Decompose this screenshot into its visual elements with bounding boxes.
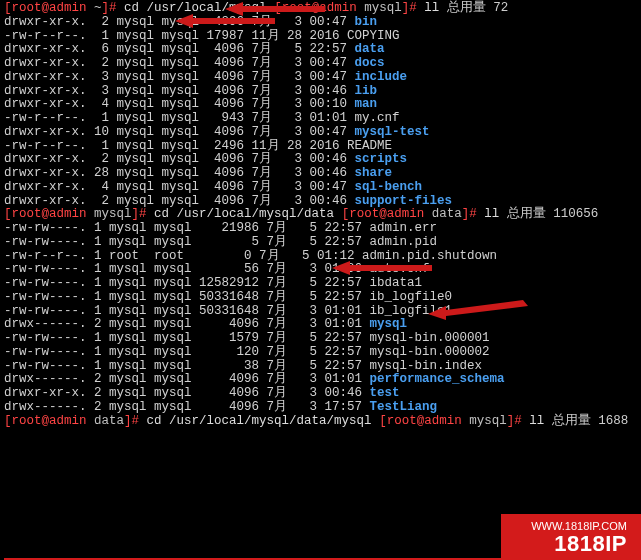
listing-row: -rw-rw----. 1 mysql mysql 38 7月 5 22:57 … [4, 359, 482, 373]
listing-row: drwx------. 2 mysql mysql 4096 7月 3 01:0… [4, 372, 505, 386]
file-name: admin.err [370, 221, 438, 235]
listing-row: drwxr-xr-x. 10 mysql mysql 4096 7月 3 00:… [4, 125, 430, 139]
listing-row: -rw-rw----. 1 mysql mysql 5 7月 5 22:57 a… [4, 235, 437, 249]
file-name: lib [355, 84, 378, 98]
file-name: mysql-bin.index [370, 359, 483, 373]
file-name: share [355, 166, 393, 180]
file-name: sql-bench [355, 180, 423, 194]
file-name: admin.pid [370, 235, 438, 249]
file-name: bin [355, 15, 378, 29]
terminal-output: [root@admin ~]# cd /usr/local/mysql [roo… [4, 2, 637, 428]
file-name: ibdata1 [370, 276, 423, 290]
listing-row: drwxr-xr-x. 6 mysql mysql 4096 7月 5 22:5… [4, 42, 385, 56]
file-name: scripts [355, 152, 408, 166]
total-line: 总用量 110656 [507, 207, 599, 221]
shell-prompt[interactable]: [root@admin mysql]# cd /usr/local/mysql/… [4, 207, 334, 221]
listing-row: -rw-rw----. 1 mysql mysql 1579 7月 5 22:5… [4, 331, 490, 345]
listing-row: drwxr-xr-x. 2 mysql mysql 4096 7月 3 00:4… [4, 15, 377, 29]
file-name: man [355, 97, 378, 111]
file-name: my.cnf [355, 111, 400, 125]
listing-row: -rw-r--r--. 1 mysql mysql 17987 11月 28 2… [4, 29, 400, 43]
file-name: docs [355, 56, 385, 70]
listing-row: drwxr-xr-x. 2 mysql mysql 4096 7月 3 00:4… [4, 152, 407, 166]
file-name: mysql-bin.000002 [370, 345, 490, 359]
listing-row: drwxr-xr-x. 3 mysql mysql 4096 7月 3 00:4… [4, 70, 407, 84]
listing-row: drwxr-xr-x. 2 mysql mysql 4096 7月 3 00:4… [4, 194, 452, 208]
file-name: ib_logfile1 [370, 304, 453, 318]
listing-row: drwx------. 2 mysql mysql 4096 7月 3 01:0… [4, 317, 407, 331]
listing-row: -rw-rw----. 1 mysql mysql 12582912 7月 5 … [4, 276, 422, 290]
file-name: admin.pid.shutdown [362, 249, 497, 263]
file-name: mysql-test [355, 125, 430, 139]
file-name: test [370, 386, 400, 400]
file-name: README [347, 139, 392, 153]
listing-row: -rw-rw----. 1 mysql mysql 50331648 7月 5 … [4, 290, 452, 304]
listing-row: drwxr-xr-x. 4 mysql mysql 4096 7月 3 00:4… [4, 180, 422, 194]
listing-row: -rw-rw----. 1 mysql mysql 56 7月 3 01:06 … [4, 262, 430, 276]
watermark-url: WWW.1818IP.COM [531, 520, 627, 532]
file-name: COPYING [347, 29, 400, 43]
file-name: ib_logfile0 [370, 290, 453, 304]
file-name: data [355, 42, 385, 56]
listing-row: -rw-rw----. 1 mysql mysql 50331648 7月 3 … [4, 304, 452, 318]
file-name: TestLiang [370, 400, 438, 414]
file-name: performance_schema [370, 372, 505, 386]
total-line: 总用量 72 [447, 1, 509, 15]
shell-prompt[interactable]: [root@admin mysql]# ll [379, 414, 544, 428]
listing-row: -rw-r--r--. 1 mysql mysql 2496 11月 28 20… [4, 139, 392, 153]
listing-row: drwx------. 2 mysql mysql 4096 7月 3 17:5… [4, 400, 437, 414]
listing-row: -rw-r--r--. 1 mysql mysql 943 7月 3 01:01… [4, 111, 400, 125]
file-name: mysql [370, 317, 408, 331]
listing-row: -rw-rw----. 1 mysql mysql 21986 7月 5 22:… [4, 221, 437, 235]
shell-prompt[interactable]: [root@admin mysql]# ll [274, 1, 439, 15]
listing-row: -rw-rw----. 1 mysql mysql 120 7月 5 22:57… [4, 345, 490, 359]
file-name: mysql-bin.000001 [370, 331, 490, 345]
listing-row: -rw-r--r--. 1 root root 0 7月 5 01:12 adm… [4, 249, 497, 263]
file-name: auto.cnf [370, 262, 430, 276]
shell-prompt[interactable]: [root@admin ~]# cd /usr/local/mysql [4, 1, 267, 15]
watermark-brand: 1818IP [531, 532, 627, 556]
file-name: include [355, 70, 408, 84]
listing-row: drwxr-xr-x. 2 mysql mysql 4096 7月 3 00:4… [4, 56, 385, 70]
listing-row: drwxr-xr-x. 2 mysql mysql 4096 7月 3 00:4… [4, 386, 400, 400]
total-line: 总用量 1688 [552, 414, 629, 428]
shell-prompt[interactable]: [root@admin data]# cd /usr/local/mysql/d… [4, 414, 372, 428]
listing-row: drwxr-xr-x. 3 mysql mysql 4096 7月 3 00:4… [4, 84, 377, 98]
listing-row: drwxr-xr-x. 28 mysql mysql 4096 7月 3 00:… [4, 166, 392, 180]
shell-prompt[interactable]: [root@admin data]# ll [342, 207, 500, 221]
file-name: support-files [355, 194, 453, 208]
listing-row: drwxr-xr-x. 4 mysql mysql 4096 7月 3 00:1… [4, 97, 377, 111]
watermark-badge: WWW.1818IP.COM 1818IP [501, 514, 641, 560]
